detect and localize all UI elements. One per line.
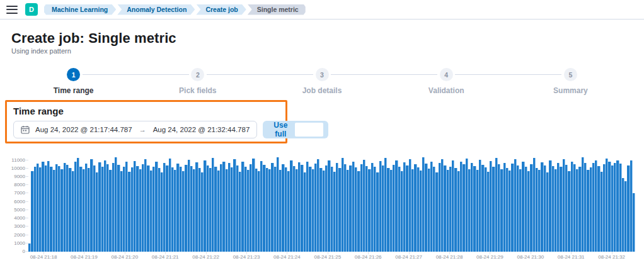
x-tick-label: 08-24 21:23 [233, 255, 260, 260]
breadcrumb: Machine Learning Anomaly Detection Creat… [44, 4, 306, 15]
step-label: Summary [553, 86, 588, 95]
bar-plot[interactable] [28, 156, 636, 252]
x-tick-mark [612, 252, 612, 254]
step-pick-fields: 2 Pick fields [135, 68, 260, 95]
step-number: 5 [564, 68, 577, 81]
x-tick-mark [328, 252, 328, 254]
ml-create-job-page: D Machine Learning Anomaly Detection Cre… [0, 0, 644, 263]
top-navigation-bar: D Machine Learning Anomaly Detection Cre… [0, 0, 644, 20]
x-tick-label: 08-24 21:32 [598, 255, 625, 260]
x-tick-mark [165, 252, 166, 254]
step-label: Job details [302, 86, 342, 95]
x-tick-label: 08-24 21:26 [355, 255, 382, 260]
x-tick-mark [368, 252, 369, 254]
x-tick-label: 08-24 21:19 [71, 255, 98, 260]
bar [633, 193, 635, 252]
step-number: 1 [67, 68, 80, 81]
step-job-details: 3 Job details [260, 68, 384, 95]
y-tick-label: 8000 [0, 182, 25, 187]
y-tick-label: 5000 [0, 208, 25, 213]
y-tick-label: 6000 [0, 199, 25, 204]
use-full-data-button[interactable]: Use full [263, 121, 328, 138]
y-tick-label: 9000 [0, 174, 25, 179]
breadcrumb-anomaly-detection[interactable]: Anomaly Detection [117, 4, 195, 15]
x-tick-mark [84, 252, 84, 254]
x-tick-mark [490, 252, 490, 254]
step-time-range[interactable]: 1 Time range [11, 68, 135, 95]
calendar-icon [21, 125, 30, 134]
y-tick-label: 7000 [0, 191, 25, 196]
end-date[interactable]: Aug 24, 2022 @ 21:32:44.787 [153, 126, 250, 133]
breadcrumb-single-metric: Single metric [248, 4, 306, 15]
y-tick-label: 2000 [0, 233, 25, 238]
x-tick-label: 08-24 21:29 [476, 255, 503, 260]
y-tick-label: 11000 [0, 158, 25, 163]
x-tick-label: 08-24 21:30 [517, 255, 544, 260]
breadcrumb-create-job[interactable]: Create job [196, 4, 246, 15]
y-tick-label: 4000 [0, 216, 25, 221]
y-tick-label: 10000 [0, 166, 25, 171]
date-range-picker[interactable]: Aug 24, 2022 @ 21:17:44.787 → Aug 24, 20… [13, 121, 257, 138]
x-tick-label: 08-24 21:31 [558, 255, 585, 260]
time-range-heading: Time range [13, 106, 279, 116]
step-label: Validation [428, 86, 464, 95]
x-tick-mark [449, 252, 450, 254]
x-tick-label: 08-24 21:24 [273, 255, 301, 260]
x-tick-mark [246, 252, 247, 254]
range-arrow-icon: → [138, 126, 147, 133]
space-avatar[interactable]: D [25, 3, 38, 16]
step-label: Pick fields [179, 86, 216, 95]
x-axis: 08-24 21:1808-24 21:1908-24 21:2008-24 2… [28, 252, 636, 263]
y-tick-label: 0 [0, 249, 25, 254]
page-subtitle: Using index pattern [11, 47, 71, 55]
step-label: Time range [54, 86, 94, 95]
x-tick-mark [409, 252, 410, 254]
x-tick-label: 08-24 21:25 [314, 255, 341, 260]
step-summary: 5 Summary [509, 68, 633, 95]
x-tick-label: 08-24 21:18 [30, 255, 57, 260]
step-number: 4 [440, 68, 453, 81]
x-tick-mark [287, 252, 287, 254]
breadcrumb-machine-learning[interactable]: Machine Learning [44, 4, 116, 15]
x-tick-mark [206, 252, 207, 254]
use-full-button-label: Use full [270, 121, 291, 138]
event-rate-chart: 0100020003000400050006000700080009000100… [0, 154, 644, 263]
start-date[interactable]: Aug 24, 2022 @ 21:17:44.787 [35, 126, 132, 133]
x-tick-mark [531, 252, 531, 254]
y-axis: 0100020003000400050006000700080009000100… [0, 156, 25, 252]
y-tick-label: 1000 [0, 241, 25, 246]
x-tick-label: 08-24 21:21 [152, 255, 179, 260]
x-tick-label: 08-24 21:27 [395, 255, 422, 260]
step-number: 3 [316, 68, 329, 81]
masked-index-name-box [295, 123, 323, 137]
time-range-panel: Time range Aug 24, 2022 @ 21:17:44.787 →… [5, 100, 287, 143]
y-tick-label: 3000 [0, 224, 25, 229]
x-tick-label: 08-24 21:28 [436, 255, 463, 260]
x-tick-mark [43, 252, 44, 254]
step-number: 2 [191, 68, 204, 81]
x-tick-label: 08-24 21:22 [192, 255, 219, 260]
wizard-stepper: 1 Time range 2 Pick fields 3 Job details… [11, 68, 633, 95]
page-title: Create job: Single metric [11, 30, 176, 47]
x-tick-mark [125, 252, 125, 254]
x-tick-label: 08-24 21:20 [111, 255, 138, 260]
step-validation: 4 Validation [384, 68, 509, 95]
x-tick-mark [571, 252, 572, 254]
menu-hamburger-icon[interactable] [6, 6, 18, 14]
